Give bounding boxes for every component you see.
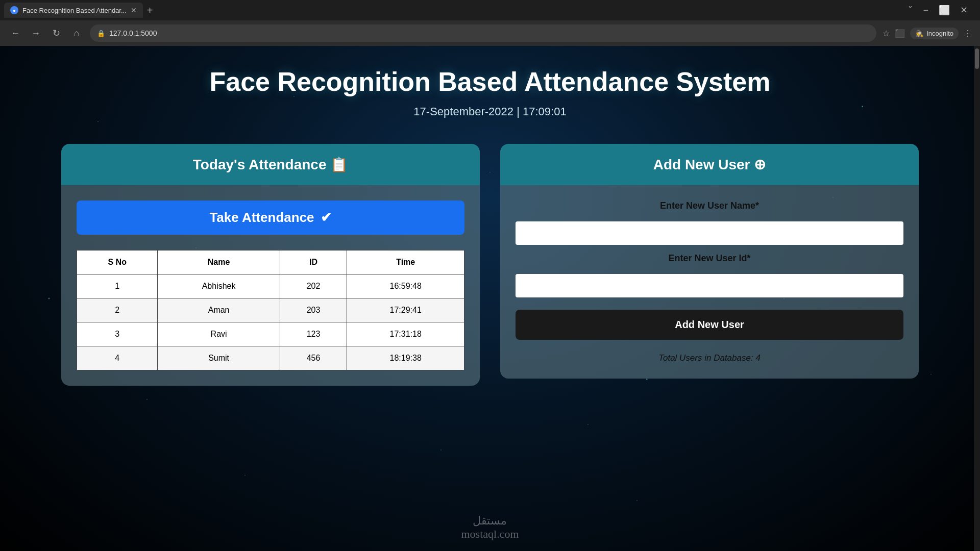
cell-sno: 3 [77, 322, 158, 346]
cell-name: Abhishek [158, 274, 280, 298]
table-row: 2Aman20317:29:41 [77, 298, 464, 322]
back-button[interactable]: ← [8, 26, 22, 40]
cell-time: 17:31:18 [347, 322, 464, 346]
chevron-down-icon[interactable]: ˅ [904, 3, 917, 18]
incognito-label: Incognito [926, 30, 953, 37]
panels-row: Today's Attendance 📋 Take Attendance ✔ [61, 144, 919, 386]
star-icon[interactable]: ☆ [883, 29, 890, 38]
add-user-panel-header: Add New User ⊕ [500, 144, 919, 185]
cell-name: Sumit [158, 346, 280, 370]
cell-time: 17:29:41 [347, 298, 464, 322]
attendance-title-text: Today's Attendance [193, 157, 327, 172]
incognito-icon: 🕵 [915, 30, 923, 37]
forward-button[interactable]: → [29, 26, 43, 40]
page-title: Face Recognition Based Attendance System [61, 66, 919, 97]
take-attendance-button[interactable]: Take Attendance ✔ [77, 201, 464, 235]
take-attendance-label: Take Attendance [209, 210, 314, 226]
cell-id: 202 [280, 274, 347, 298]
maximize-button[interactable]: ⬜ [935, 3, 954, 18]
refresh-button[interactable]: ↻ [49, 26, 63, 40]
cell-sno: 1 [77, 274, 158, 298]
incognito-button[interactable]: 🕵 Incognito [910, 28, 959, 39]
cell-id: 123 [280, 322, 347, 346]
page-inner: Face Recognition Based Attendance System… [0, 46, 980, 406]
table-row: 4Sumit45618:19:38 [77, 346, 464, 370]
cell-name: Ravi [158, 322, 280, 346]
cell-sno: 2 [77, 298, 158, 322]
id-label: Enter New User Id* [516, 253, 903, 264]
col-time: Time [347, 251, 464, 274]
cell-time: 18:19:38 [347, 346, 464, 370]
window-controls: ˅ − ⬜ ✕ [904, 3, 976, 18]
watermark-line2: mostaql.com [461, 528, 519, 541]
addressbar-row: ← → ↻ ⌂ 🔒 127.0.0.1:5000 ☆ ⬛ 🕵 Incognito… [0, 20, 980, 46]
attendance-panel: Today's Attendance 📋 Take Attendance ✔ [61, 144, 480, 386]
watermark: مستقل mostaql.com [461, 514, 519, 541]
minimize-button[interactable]: − [919, 3, 933, 18]
add-user-panel-title: Add New User ⊕ [653, 157, 766, 172]
cell-id: 203 [280, 298, 347, 322]
attendance-table: S No Name ID Time 1Abhishek20216:59:482A… [77, 250, 464, 370]
tab-bar: ● Face Recognition Based Attendar... ✕ +… [0, 0, 980, 20]
total-users-text: Total Users in Database: 4 [516, 353, 903, 363]
toolbar-right: ☆ ⬛ 🕵 Incognito ⋮ [883, 28, 972, 39]
clipboard-icon: 📋 [330, 157, 348, 172]
tab-close-button[interactable]: ✕ [131, 6, 137, 14]
cell-name: Aman [158, 298, 280, 322]
new-user-name-input[interactable] [516, 221, 903, 245]
col-id: ID [280, 251, 347, 274]
attendance-panel-body: Take Attendance ✔ S No Name ID Time [61, 185, 480, 386]
col-sno: S No [77, 251, 158, 274]
table-row: 1Abhishek20216:59:48 [77, 274, 464, 298]
menu-icon[interactable]: ⋮ [964, 29, 972, 38]
close-button[interactable]: ✕ [956, 3, 972, 18]
checkmark-icon: ✔ [321, 210, 332, 226]
cell-id: 456 [280, 346, 347, 370]
new-user-id-input[interactable] [516, 274, 903, 297]
tab-favicon: ● [10, 6, 18, 14]
attendance-panel-title: Today's Attendance 📋 [193, 157, 349, 172]
tab-title: Face Recognition Based Attendar... [22, 7, 127, 14]
add-user-title-text: Add New User [653, 157, 750, 172]
home-button[interactable]: ⌂ [69, 26, 84, 40]
browser-chrome: ● Face Recognition Based Attendar... ✕ +… [0, 0, 980, 46]
col-name: Name [158, 251, 280, 274]
watermark-line1: مستقل [461, 514, 519, 528]
cell-time: 16:59:48 [347, 274, 464, 298]
address-text: 127.0.0.1:5000 [109, 29, 157, 37]
add-user-panel: Add New User ⊕ Enter New User Name* Ente… [500, 144, 919, 379]
name-label: Enter New User Name* [516, 201, 903, 211]
add-user-panel-body: Enter New User Name* Enter New User Id* … [500, 185, 919, 379]
datetime-display: 17-September-2022 | 17:09:01 [61, 105, 919, 118]
tab-layout-icon[interactable]: ⬛ [895, 29, 905, 38]
cell-sno: 4 [77, 346, 158, 370]
table-row: 3Ravi12317:31:18 [77, 322, 464, 346]
active-tab[interactable]: ● Face Recognition Based Attendar... ✕ [4, 3, 143, 18]
new-tab-button[interactable]: + [147, 5, 153, 16]
page-content: Face Recognition Based Attendance System… [0, 46, 980, 551]
plus-circle-icon: ⊕ [754, 157, 766, 172]
add-user-button[interactable]: Add New User [516, 310, 903, 340]
address-bar[interactable]: 🔒 127.0.0.1:5000 [90, 24, 876, 42]
lock-icon: 🔒 [97, 30, 105, 37]
attendance-panel-header: Today's Attendance 📋 [61, 144, 480, 185]
add-user-form: Enter New User Name* Enter New User Id* … [516, 201, 903, 363]
table-header-row: S No Name ID Time [77, 251, 464, 274]
add-user-button-label: Add New User [675, 319, 744, 330]
